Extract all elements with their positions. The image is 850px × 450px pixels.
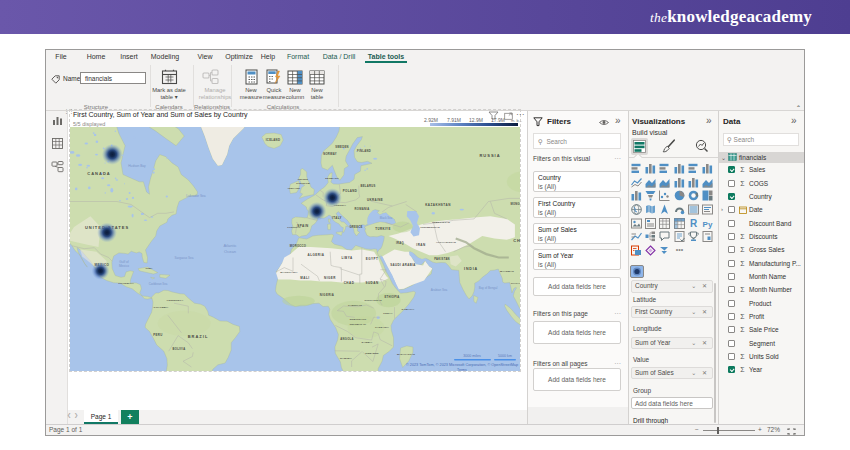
svg-text:Atlantic: Atlantic xyxy=(223,243,236,248)
svg-text:Sargasso Sea: Sargasso Sea xyxy=(175,256,194,260)
svg-text:BRAZIL: BRAZIL xyxy=(188,334,209,339)
svg-text:VENEZUELA: VENEZUELA xyxy=(167,299,184,302)
svg-text:MAURITANIA: MAURITANIA xyxy=(280,271,298,274)
svg-text:Mexico: Mexico xyxy=(119,264,129,268)
svg-text:ITALY: ITALY xyxy=(332,216,342,220)
svg-text:© 2023 TomTom, © 2023 Microsof: © 2023 TomTom, © 2023 Microsoft Corporat… xyxy=(406,363,518,367)
svg-text:ALGERIA: ALGERIA xyxy=(308,253,325,257)
svg-text:SUDAN: SUDAN xyxy=(365,281,378,285)
svg-text:•••: ••• xyxy=(676,246,684,253)
svg-text:COLOMBIA: COLOMBIA xyxy=(153,306,168,309)
svg-text:5000 km: 5000 km xyxy=(498,354,512,358)
svg-text:R: R xyxy=(690,218,698,229)
svg-text:TURKMENISTAN: TURKMENISTAN xyxy=(420,226,440,228)
svg-text:NIGER: NIGER xyxy=(324,276,336,280)
svg-text:DEMOCRATIC: DEMOCRATIC xyxy=(350,318,367,320)
svg-text:LIBYA: LIBYA xyxy=(341,256,353,260)
svg-text:Black Sea: Black Sea xyxy=(380,216,393,220)
svg-text:GREECE: GREECE xyxy=(349,225,362,229)
svg-text:IRELAND: IRELAND xyxy=(288,187,301,190)
svg-text:EGYPT: EGYPT xyxy=(366,257,379,261)
svg-text:DENMARK: DENMARK xyxy=(325,177,339,180)
svg-text:Py: Py xyxy=(703,220,713,229)
svg-text:Caribbean Sea: Caribbean Sea xyxy=(149,282,168,286)
svg-text:NIGERIA: NIGERIA xyxy=(320,293,334,297)
svg-text:IRAQ: IRAQ xyxy=(396,241,404,245)
svg-text:MYANMAR: MYANMAR xyxy=(500,270,514,273)
svg-text:BOLIVIA: BOLIVIA xyxy=(173,347,186,351)
svg-text:ETHIOPIA: ETHIOPIA xyxy=(384,295,399,299)
svg-text:Labrador Sea: Labrador Sea xyxy=(186,194,206,198)
svg-text:ROMANIA: ROMANIA xyxy=(355,207,370,211)
svg-text:CHINA: CHINA xyxy=(513,238,520,243)
svg-text:KAZAKHSTAN: KAZAKHSTAN xyxy=(425,203,451,207)
svg-text:KENYA: KENYA xyxy=(383,312,393,315)
svg-text:CAMEROON: CAMEROON xyxy=(348,304,362,306)
svg-text:Terms: Terms xyxy=(457,368,467,372)
svg-text:PAKISTAN: PAKISTAN xyxy=(434,257,450,261)
svg-text:Hudson Bay: Hudson Bay xyxy=(128,164,146,168)
svg-text:Bay of Bengal: Bay of Bengal xyxy=(479,286,498,290)
svg-text:ICELAND: ICELAND xyxy=(266,138,281,142)
svg-text:POLAND: POLAND xyxy=(343,189,358,193)
svg-text:Arabian Sea: Arabian Sea xyxy=(431,288,448,292)
svg-text:PORTUGAL: PORTUGAL xyxy=(287,226,301,228)
svg-text:IRAN: IRAN xyxy=(416,243,425,247)
svg-text:3000 miles: 3000 miles xyxy=(463,354,481,358)
svg-text:FINLAND: FINLAND xyxy=(357,149,371,153)
svg-text:TANZANIA: TANZANIA xyxy=(375,326,389,329)
svg-text:UZBEKISTAN: UZBEKISTAN xyxy=(432,221,450,224)
svg-text:MONGOLIA: MONGOLIA xyxy=(510,202,520,206)
svg-text:INDIA: INDIA xyxy=(464,267,478,271)
svg-text:THAILAND: THAILAND xyxy=(511,282,520,284)
svg-text:ZIMBABWE: ZIMBABWE xyxy=(365,352,379,354)
svg-text:Ocean: Ocean xyxy=(224,249,236,254)
svg-text:TÜRKIYE: TÜRKIYE xyxy=(375,227,391,231)
svg-text:NAMIBIA: NAMIBIA xyxy=(340,357,352,360)
svg-text:GUATEMALA: GUATEMALA xyxy=(118,282,134,284)
svg-text:CANADA: CANADA xyxy=(87,171,110,176)
svg-text:SAUDI ARABIA: SAUDI ARABIA xyxy=(390,263,416,267)
svg-text:PERU: PERU xyxy=(153,333,163,337)
svg-text:MALI: MALI xyxy=(300,276,309,280)
svg-text:MOROCCO: MOROCCO xyxy=(290,244,306,248)
svg-text:KINGDOM: KINGDOM xyxy=(296,182,309,185)
svg-text:REPUBLIC OF: REPUBLIC OF xyxy=(350,323,367,325)
svg-text:UNITED: UNITED xyxy=(298,178,309,181)
svg-text:AFGHANISTAN: AFGHANISTAN xyxy=(436,241,456,244)
svg-text:SWEDEN: SWEDEN xyxy=(335,145,349,149)
svg-text:RUSSIA: RUSSIA xyxy=(479,153,500,158)
svg-text:UKRAINE: UKRAINE xyxy=(367,198,383,202)
svg-text:MADAGASCAR: MADAGASCAR xyxy=(397,353,415,355)
svg-text:CHAD: CHAD xyxy=(344,281,355,285)
svg-text:CUBA: CUBA xyxy=(145,267,152,269)
svg-text:BELARUS: BELARUS xyxy=(360,184,375,188)
svg-text:ANGOLA: ANGOLA xyxy=(340,337,353,341)
svg-text:NORWAY: NORWAY xyxy=(323,152,337,156)
svg-text:SOMALIA: SOMALIA xyxy=(402,308,415,311)
svg-text:SOUTH SUDAN: SOUTH SUDAN xyxy=(364,299,381,301)
svg-text:ZAMBIA: ZAMBIA xyxy=(362,341,373,344)
